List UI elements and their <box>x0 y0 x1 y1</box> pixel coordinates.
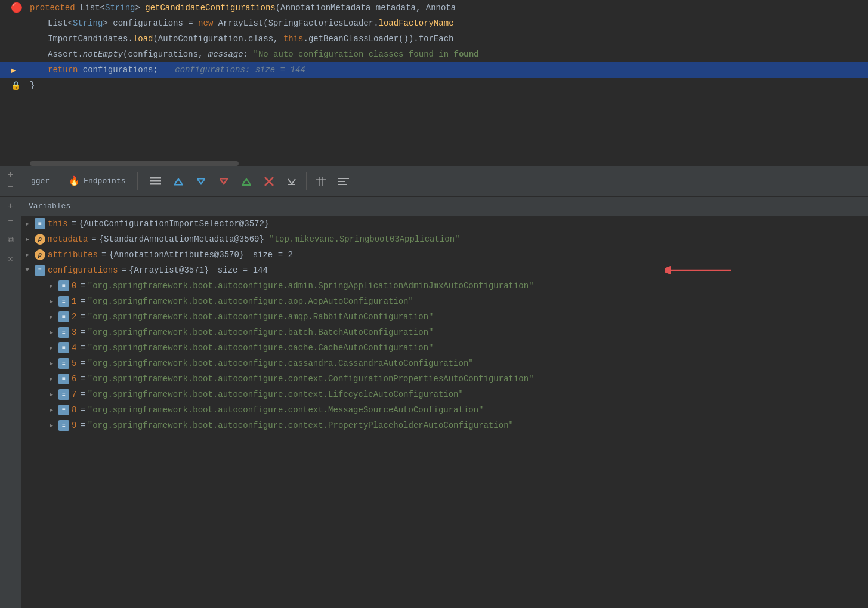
expand-conf-1[interactable]: ▶ <box>45 298 57 305</box>
var-row-attributes[interactable]: ▶ p attributes = {AnnotationAttributes@3… <box>21 247 868 263</box>
conf-7-equals: = <box>80 390 85 399</box>
expand-attributes[interactable]: ▶ <box>21 251 33 258</box>
toolbar-buttons <box>140 171 359 192</box>
drop-frame-button[interactable] <box>282 171 302 192</box>
var-row-configurations[interactable]: ▶ ≡ configurations = {ArrayList@3571} si… <box>21 263 868 278</box>
conf-9-equals: = <box>80 421 85 430</box>
svg-rect-6 <box>242 184 251 186</box>
conf-0-icon: ≡ <box>58 280 69 291</box>
expand-configurations[interactable]: ▶ <box>21 267 33 274</box>
expand-conf-7[interactable]: ▶ <box>45 391 57 398</box>
code-line-4: Assert.notEmpty(configurations, message:… <box>0 47 868 62</box>
var-row-conf-0[interactable]: ▶ ≡ 0 = "org.springframework.boot.autoco… <box>21 278 868 294</box>
red-arrow-svg <box>665 261 737 279</box>
conf-5-equals: = <box>80 359 85 368</box>
code-line-1: 🔴 protected List<String> getCandidateCon… <box>0 0 868 16</box>
conf-4-equals: = <box>80 343 85 353</box>
conf-3-equals: = <box>80 328 85 337</box>
customize-columns-button[interactable] <box>333 171 354 192</box>
variables-content: Variables ▶ ≡ this = {AutoConfigurationI… <box>21 197 868 433</box>
expand-conf-4[interactable]: ▶ <box>45 344 57 351</box>
conf-8-equals: = <box>80 405 85 415</box>
stop-button[interactable] <box>259 171 279 192</box>
variables-header: Variables <box>21 197 868 216</box>
attributes-name: attributes <box>48 250 98 260</box>
var-row-conf-3[interactable]: ▶ ≡ 3 = "org.springframework.boot.autoco… <box>21 325 868 340</box>
expand-conf-0[interactable]: ▶ <box>45 282 57 289</box>
expand-metadata[interactable]: ▶ <box>21 236 33 243</box>
conf-7-value: "org.springframework.boot.autoconfigure.… <box>88 390 464 399</box>
metadata-string: "top.mikevane.Springboot03Application" <box>264 234 460 244</box>
this-value: {AutoConfigurationImportSelector@3572} <box>79 219 269 229</box>
add-variable-button[interactable]: + <box>8 202 13 211</box>
conf-2-name: 2 <box>72 312 76 322</box>
tab-debugger-label: gger <box>31 177 50 186</box>
conf-1-icon: ≡ <box>58 296 69 307</box>
var-row-conf-7[interactable]: ▶ ≡ 7 = "org.springframework.boot.autoco… <box>21 387 868 402</box>
attributes-equals: = <box>101 250 106 260</box>
show-frames-button[interactable] <box>146 171 166 192</box>
this-equals: = <box>72 219 76 229</box>
conf-4-name: 4 <box>72 343 76 353</box>
configurations-name: configurations <box>48 266 118 275</box>
expand-conf-9[interactable]: ▶ <box>45 422 57 429</box>
toggle-table-button[interactable] <box>311 171 331 192</box>
expand-conf-5[interactable]: ▶ <box>45 360 57 367</box>
fire-icon: 🔥 <box>69 175 80 187</box>
attributes-value: {AnnotationAttributes@3570} <box>109 250 244 260</box>
variables-title: Variables <box>29 202 70 211</box>
conf-1-equals: = <box>80 297 85 306</box>
metadata-value: {StandardAnnotationMetadata@3569} <box>99 234 264 244</box>
var-row-conf-6[interactable]: ▶ ≡ 6 = "org.springframework.boot.autoco… <box>21 371 868 387</box>
step-over-button[interactable] <box>168 171 189 192</box>
conf-8-name: 8 <box>72 405 76 415</box>
svg-rect-1 <box>150 180 161 182</box>
tab-debugger[interactable]: gger <box>21 167 59 196</box>
breakpoint-icon: 🔴 <box>11 2 23 14</box>
conf-9-icon: ≡ <box>58 420 69 431</box>
var-row-metadata[interactable]: ▶ p metadata = {StandardAnnotationMetada… <box>21 232 868 247</box>
copy-button[interactable]: ⧉ <box>8 235 14 245</box>
gutter-controls: + − <box>0 167 21 196</box>
conf-1-name: 1 <box>72 297 76 306</box>
infinite-icon[interactable]: ∞ <box>8 254 14 264</box>
conf-2-icon: ≡ <box>58 311 69 322</box>
tab-endpoints[interactable]: 🔥 Endpoints <box>59 167 135 196</box>
var-row-conf-4[interactable]: ▶ ≡ 4 = "org.springframework.boot.autoco… <box>21 340 868 356</box>
code-line-2: List<String> configurations = new ArrayL… <box>0 16 868 31</box>
var-row-conf-5[interactable]: ▶ ≡ 5 = "org.springframework.boot.autoco… <box>21 356 868 371</box>
var-row-conf-8[interactable]: ▶ ≡ 8 = "org.springframework.boot.autoco… <box>21 402 868 418</box>
conf-4-icon: ≡ <box>58 342 69 353</box>
step-into-button[interactable] <box>191 171 211 192</box>
metadata-name: metadata <box>48 234 88 244</box>
configurations-equals: = <box>122 266 126 275</box>
remove-variable-button[interactable]: − <box>8 216 13 226</box>
configurations-size: size = 144 <box>212 266 267 275</box>
conf-9-name: 9 <box>72 421 76 430</box>
add-watch-button[interactable]: + <box>6 170 16 181</box>
step-out-button[interactable] <box>236 171 257 192</box>
force-step-into-button[interactable] <box>214 171 234 192</box>
svg-rect-5 <box>220 178 228 180</box>
expand-conf-8[interactable]: ▶ <box>45 406 57 413</box>
metadata-equals: = <box>91 234 96 244</box>
variables-panel: + − ⧉ ∞ Variables ▶ ≡ this = {AutoConfig… <box>0 197 868 608</box>
remove-watch-button[interactable]: − <box>6 182 16 193</box>
svg-rect-0 <box>150 177 161 179</box>
var-row-conf-9[interactable]: ▶ ≡ 9 = "org.springframework.boot.autoco… <box>21 418 868 433</box>
var-row-this[interactable]: ▶ ≡ this = {AutoConfigurationImportSelec… <box>21 216 868 232</box>
expand-this[interactable]: ▶ <box>21 220 33 227</box>
var-row-conf-1[interactable]: ▶ ≡ 1 = "org.springframework.boot.autoco… <box>21 294 868 309</box>
conf-5-name: 5 <box>72 359 76 368</box>
configurations-value: {ArrayList@3571} <box>129 266 209 275</box>
expand-conf-2[interactable]: ▶ <box>45 313 57 320</box>
var-row-conf-2[interactable]: ▶ ≡ 2 = "org.springframework.boot.autoco… <box>21 309 868 325</box>
attributes-icon: p <box>35 249 45 260</box>
expand-conf-6[interactable]: ▶ <box>45 375 57 382</box>
conf-0-value: "org.springframework.boot.autoconfigure.… <box>88 281 534 291</box>
conf-8-icon: ≡ <box>58 405 69 415</box>
horizontal-scrollbar[interactable] <box>30 161 239 166</box>
debug-arrow-icon: ▶ <box>11 65 16 75</box>
conf-7-name: 7 <box>72 390 76 399</box>
expand-conf-3[interactable]: ▶ <box>45 329 57 336</box>
